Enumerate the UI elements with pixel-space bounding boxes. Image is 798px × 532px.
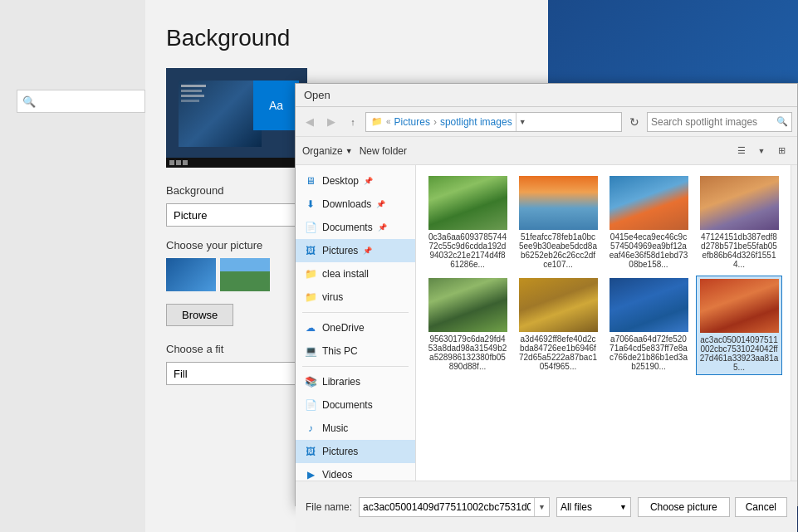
nav-item-virus[interactable]: 📁 virus <box>296 286 415 309</box>
nav-item-onedrive[interactable]: ☁ OneDrive <box>296 316 415 339</box>
nav-item-clea-install[interactable]: 📁 clea install <box>296 262 415 286</box>
nav-item-pictures[interactable]: 🖼 Pictures 📌 <box>296 239 415 262</box>
thispc-icon: 💻 <box>304 345 317 357</box>
view-buttons: ☰ ▼ ⊞ <box>732 142 791 160</box>
documents2-icon: 📄 <box>304 399 317 411</box>
virus-folder-icon: 📁 <box>304 291 317 303</box>
file-item-2[interactable]: 51feafcc78feb1a0bc5ee9b30eabe5dcd8ab6252… <box>515 173 601 271</box>
choose-picture-button[interactable]: Choose picture <box>638 497 730 517</box>
file-thumbnail-8 <box>700 279 779 333</box>
filetype-arrow-icon: ▼ <box>619 503 627 511</box>
file-item-3[interactable]: 0415e4eca9ec46c9c574504969ea9bf12aeaf46e… <box>605 173 692 271</box>
nav-item-downloads[interactable]: ⬇ Downloads 📌 <box>296 193 415 216</box>
breadcrumb-subfolder[interactable]: spotlight images <box>440 116 512 128</box>
nav-item-desktop[interactable]: 🖥 Desktop 📌 <box>296 169 415 193</box>
organize-arrow-icon: ▼ <box>345 147 353 155</box>
forward-button[interactable]: ▶ <box>322 113 340 131</box>
file-item-7[interactable]: a7066aa64d72fe52071a64cd5e837ff7e8ac766d… <box>605 276 692 375</box>
nav-item-music-label: Music <box>322 422 348 434</box>
file-name-8: ac3ac050014097511002cbc7531024042ff27d46… <box>700 335 779 372</box>
sidebar-search-input[interactable] <box>39 95 130 107</box>
view-dropdown-button[interactable]: ▼ <box>752 142 771 160</box>
nav-divider-2 <box>302 366 409 367</box>
nav-item-libraries[interactable]: 📚 Libraries <box>296 370 415 393</box>
nav-item-videos[interactable]: ▶ Videos <box>296 463 415 481</box>
nav-item-documents-label: Documents <box>322 222 373 233</box>
search-input[interactable] <box>651 116 776 128</box>
organize-label: Organize <box>302 145 343 157</box>
pictures-pin-icon: 📌 <box>363 246 372 255</box>
desktop-icon: 🖥 <box>304 175 317 187</box>
file-name-3: 0415e4eca9ec46c9c574504969ea9bf12aeaf46e… <box>610 232 688 269</box>
nav-item-onedrive-label: OneDrive <box>322 322 365 334</box>
dialog-action-bar: Organize ▼ New folder ☰ ▼ ⊞ <box>296 137 797 165</box>
nav-item-downloads-label: Downloads <box>322 198 371 210</box>
preview-taskbar <box>166 158 307 168</box>
file-thumbnail-6 <box>519 278 598 332</box>
file-item-6[interactable]: a3d4692ff8efe40d2cbda84726ee1b6946f72d65… <box>515 276 601 375</box>
refresh-button[interactable]: ↻ <box>625 113 644 131</box>
dialog-titlebar: Open <box>296 84 797 107</box>
file-name-1: 0c3a6aa609378574472c55c9d6cdda192d94032c… <box>428 232 507 269</box>
breadcrumb-arrow: › <box>433 116 437 128</box>
nav-item-documents[interactable]: 📄 Documents 📌 <box>296 216 415 239</box>
settings-search-box[interactable]: 🔍 <box>17 90 145 113</box>
search-box[interactable]: 🔍 <box>647 112 792 132</box>
nav-item-documents2-label: Documents <box>322 399 373 411</box>
nav-item-videos-label: Videos <box>322 469 352 481</box>
clea-install-folder-icon: 📁 <box>304 268 317 280</box>
nav-item-music[interactable]: ♪ Music <box>296 417 415 440</box>
pictures-icon: 🖼 <box>304 245 317 256</box>
file-item-8[interactable]: ac3ac050014097511002cbc7531024042ff27d46… <box>696 276 782 375</box>
filename-input[interactable] <box>360 501 534 513</box>
back-button[interactable]: ◀ <box>301 113 319 131</box>
dialog-title: Open <box>304 89 330 101</box>
dialog-action-buttons: Choose picture Cancel <box>638 497 787 517</box>
nav-item-libraries-label: Libraries <box>322 376 360 388</box>
filetype-dropdown[interactable]: All files ▼ <box>556 497 631 517</box>
breadcrumb-dropdown-button[interactable]: ▼ <box>516 113 529 131</box>
breadcrumb-folder[interactable]: Pictures <box>394 116 430 128</box>
view-details-button[interactable]: ⊞ <box>772 142 791 160</box>
downloads-pin-icon: 📌 <box>376 200 385 208</box>
thumbnail-2[interactable] <box>220 258 270 291</box>
filename-label: File name: <box>306 501 352 513</box>
search-icon: 🔍 <box>22 95 36 108</box>
search-box-icon: 🔍 <box>776 116 788 127</box>
preview-aa-text: Aa <box>269 99 283 112</box>
dialog-body: 🖥 Desktop 📌 ⬇ Downloads 📌 📄 Documents 📌 … <box>296 165 797 481</box>
browse-button[interactable]: Browse <box>166 304 233 326</box>
desktop-pin-icon: 📌 <box>364 177 373 185</box>
documents-icon: 📄 <box>304 222 317 233</box>
file-item-5[interactable]: 95630179c6da29fd453a8dad98a31549b2a52898… <box>424 276 511 375</box>
files-container: 0c3a6aa609378574472c55c9d6cdda192d94032c… <box>416 165 797 481</box>
pictures2-icon: 🖼 <box>304 446 317 457</box>
file-thumbnail-7 <box>610 278 688 332</box>
up-button[interactable]: ↑ <box>344 113 362 131</box>
nav-item-clea-install-label: clea install <box>322 268 369 280</box>
view-list-button[interactable]: ☰ <box>732 142 751 160</box>
dialog-toolbar: ◀ ▶ ↑ 📁 « Pictures › spotlight images ▼ … <box>296 107 797 137</box>
nav-item-thispc[interactable]: 💻 This PC <box>296 339 415 363</box>
new-folder-button[interactable]: New folder <box>360 145 407 157</box>
scrollbar[interactable] <box>791 165 797 481</box>
organize-button[interactable]: Organize ▼ <box>302 145 353 157</box>
preview-lines <box>181 85 206 102</box>
fit-type-value: Fill <box>174 368 188 380</box>
thumbnail-1[interactable] <box>166 258 216 291</box>
preview-start-tile: Aa <box>253 81 299 130</box>
onedrive-icon: ☁ <box>304 322 317 334</box>
open-dialog: Open ◀ ▶ ↑ 📁 « Pictures › spotlight imag… <box>295 83 798 506</box>
cancel-button[interactable]: Cancel <box>735 497 787 517</box>
nav-item-pictures-label: Pictures <box>322 245 358 256</box>
filename-dropdown-button[interactable]: ▼ <box>534 498 549 516</box>
filename-input-wrap[interactable]: ▼ <box>359 497 550 517</box>
file-name-5: 95630179c6da29fd453a8dad98a31549b2a52898… <box>428 334 507 371</box>
nav-item-documents2[interactable]: 📄 Documents <box>296 393 415 417</box>
nav-item-pictures2[interactable]: 🖼 Pictures <box>296 440 415 463</box>
file-item-1[interactable]: 0c3a6aa609378574472c55c9d6cdda192d94032c… <box>424 173 511 271</box>
file-name-7: a7066aa64d72fe52071a64cd5e837ff7e8ac766d… <box>610 334 688 371</box>
file-name-4: 47124151db387edf8d278b571be55fab05efb86b… <box>700 232 779 269</box>
nav-item-virus-label: virus <box>322 291 343 303</box>
file-item-4[interactable]: 47124151db387edf8d278b571be55fab05efb86b… <box>696 173 782 271</box>
